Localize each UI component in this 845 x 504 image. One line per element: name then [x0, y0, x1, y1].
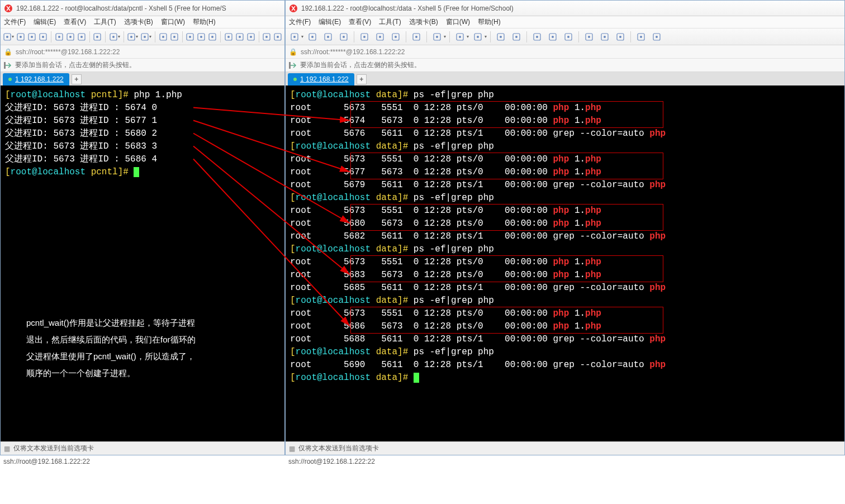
terminal-left[interactable]: [root@localhost pcntl]# php 1.php 父进程ID:… [1, 85, 284, 441]
address-bar[interactable]: 🔒 ssh://root:******@192.168.1.222:22 [286, 45, 844, 59]
reconnect-icon[interactable] [321, 30, 335, 44]
about-icon[interactable] [273, 30, 282, 44]
color-icon[interactable] [140, 30, 149, 44]
paste-icon[interactable] [373, 30, 387, 44]
tile-h-icon[interactable] [598, 30, 611, 44]
terminal-right[interactable]: [root@localhost data]# ps -ef|grep php r… [286, 85, 844, 441]
about-icon[interactable] [650, 30, 663, 44]
copy-icon[interactable] [55, 30, 64, 44]
hint-bar: 要添加当前会话，点击左侧的箭头按钮。 [1, 59, 284, 72]
svg-point-52 [343, 36, 345, 38]
paste-icon[interactable] [66, 30, 75, 44]
session-tab[interactable]: 1 192.168.1.222 [3, 73, 69, 85]
menu-item[interactable]: 编辑(E) [319, 17, 341, 27]
toolbar-separator [578, 31, 579, 42]
svg-point-86 [656, 36, 658, 38]
menu-item[interactable]: 窗口(W) [161, 17, 185, 27]
menu-item[interactable]: 文件(F) [289, 17, 311, 27]
print-icon[interactable] [93, 30, 102, 44]
reconnect-icon[interactable] [27, 30, 36, 44]
svg-point-22 [144, 36, 146, 38]
add-session-arrow-icon[interactable] [288, 60, 298, 70]
lock-icon[interactable] [546, 30, 559, 44]
terminal-cursor [414, 373, 419, 383]
hint-text: 要添加当前会话，点击左侧的箭头按钮。 [15, 60, 136, 70]
status-bar-right: ssh://root@192.168.1.222:22 [285, 455, 845, 468]
add-tab-button[interactable]: + [357, 74, 367, 84]
dropdown-caret-icon[interactable]: ▾ [467, 34, 469, 39]
open-icon[interactable] [306, 30, 319, 44]
toolbar-separator [406, 31, 406, 42]
address-text: ssh://root:******@192.168.1.222:22 [16, 48, 120, 56]
fullscreen-icon[interactable] [530, 30, 544, 44]
prop-icon[interactable] [510, 30, 523, 44]
tile-v-icon[interactable] [614, 30, 627, 44]
disconnect-icon[interactable] [39, 30, 48, 44]
prop-icon[interactable] [170, 30, 179, 44]
menu-item[interactable]: 选项卡(B) [409, 17, 438, 27]
globe-icon[interactable] [109, 30, 118, 44]
add-tab-button[interactable]: + [72, 74, 82, 84]
menu-item[interactable]: 工具(T) [94, 17, 116, 27]
cascade-icon[interactable] [582, 30, 596, 44]
menu-item[interactable]: 帮助(H) [193, 17, 216, 27]
session-tab[interactable]: 1 192.168.1.222 [288, 73, 354, 85]
search-icon[interactable] [77, 30, 86, 44]
menu-item[interactable]: 选项卡(B) [124, 17, 153, 27]
font-icon[interactable] [127, 30, 136, 44]
menu-item[interactable]: 文件(F) [4, 17, 26, 27]
menu-item[interactable]: 编辑(E) [34, 17, 56, 27]
dropdown-caret-icon[interactable]: ▾ [485, 34, 487, 39]
help-icon[interactable] [262, 30, 271, 44]
titlebar[interactable]: 192.168.1.222 - root@localhost:/data/pcn… [1, 1, 284, 16]
toolbar-separator [51, 31, 51, 42]
disconnect-icon[interactable] [337, 30, 350, 44]
menu-item[interactable]: 帮助(H) [478, 17, 501, 27]
new-session-icon[interactable] [288, 30, 301, 44]
menu-item[interactable]: 窗口(W) [446, 17, 470, 27]
tile-v-icon[interactable] [246, 30, 255, 44]
font-icon[interactable] [453, 30, 467, 44]
new-session-icon[interactable] [3, 30, 12, 44]
lock-icon: 🔒 [4, 48, 12, 56]
cascade-icon[interactable] [224, 30, 233, 44]
menu-item[interactable]: 查看(V) [349, 17, 371, 27]
dropdown-caret-icon[interactable]: ▾ [136, 34, 138, 39]
help-icon[interactable] [634, 30, 648, 44]
address-bar[interactable]: 🔒 ssh://root:******@192.168.1.222:22 [1, 45, 284, 59]
fullscreen-icon[interactable] [186, 30, 194, 44]
star-icon[interactable] [159, 30, 168, 44]
footer-text: 仅将文本发送到当前选项卡 [298, 444, 379, 453]
add-session-arrow-icon[interactable] [3, 60, 13, 70]
tile-h-icon[interactable] [235, 30, 244, 44]
transparency-icon[interactable] [562, 30, 575, 44]
toolbar: ▾▾▾▾ [286, 28, 844, 45]
globe-icon[interactable] [430, 30, 444, 44]
print-icon[interactable] [410, 30, 423, 44]
menu-item[interactable]: 查看(V) [64, 17, 86, 27]
dropdown-caret-icon[interactable]: ▾ [444, 34, 446, 39]
svg-point-58 [395, 36, 397, 38]
svg-point-78 [588, 36, 590, 38]
open-icon[interactable] [16, 30, 25, 44]
titlebar[interactable]: 192.168.1.222 - root@localhost:/data - X… [286, 1, 844, 16]
dropdown-caret-icon[interactable]: ▾ [118, 34, 120, 39]
search-icon[interactable] [389, 30, 402, 44]
xshell-window-left: 192.168.1.222 - root@localhost:/data/pcn… [0, 0, 285, 455]
svg-point-20 [130, 36, 132, 38]
star-icon[interactable] [494, 30, 507, 44]
dropdown-caret-icon[interactable]: ▾ [149, 34, 151, 39]
footer-bar: ▦ 仅将文本发送到当前选项卡 [1, 441, 284, 455]
toolbar-separator [426, 31, 427, 42]
svg-point-40 [265, 36, 268, 38]
dropdown-caret-icon[interactable]: ▾ [12, 34, 14, 39]
svg-point-62 [436, 36, 438, 38]
toolbar-separator [630, 31, 631, 42]
dropdown-caret-icon[interactable]: ▾ [301, 34, 303, 39]
menu-item[interactable]: 工具(T) [379, 17, 401, 27]
lock-icon[interactable] [197, 30, 206, 44]
color-icon[interactable] [471, 30, 485, 44]
svg-rect-43 [4, 62, 6, 69]
copy-icon[interactable] [358, 30, 371, 44]
transparency-icon[interactable] [208, 30, 217, 44]
